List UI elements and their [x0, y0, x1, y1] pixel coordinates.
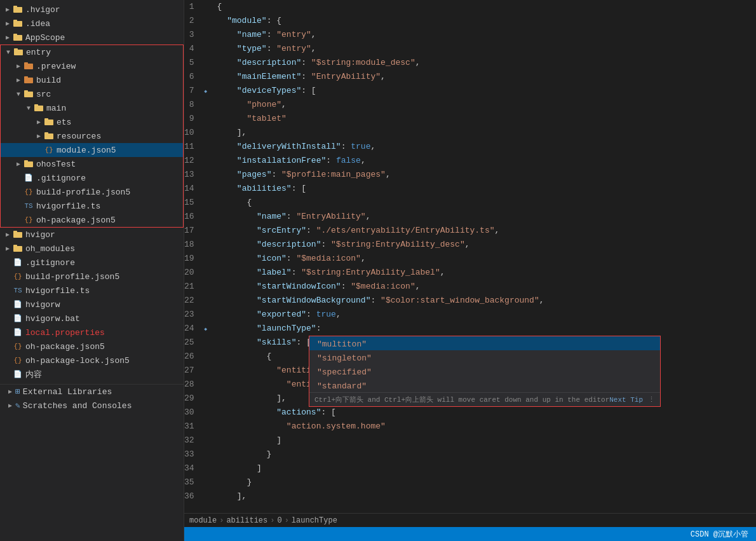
- autocomplete-item-standard[interactable]: "standard": [309, 378, 660, 392]
- tree-arrow-hvigor-root[interactable]: ▶: [3, 6, 13, 13]
- code-line-13[interactable]: "pages": "$profile:main_pages",: [212, 168, 756, 182]
- code-line-9[interactable]: "tablet": [212, 112, 756, 126]
- tree-arrow-preview[interactable]: ▶: [13, 62, 24, 70]
- code-line-7[interactable]: "deviceTypes": [: [212, 84, 756, 98]
- code-line-30[interactable]: "actions": [: [212, 406, 756, 420]
- svg-rect-9: [24, 62, 28, 65]
- gutter: ◆◆: [199, 0, 212, 513]
- line-number-20: 20: [184, 266, 199, 280]
- code-line-19[interactable]: "icon": "$media:icon",: [212, 252, 756, 266]
- code-line-18[interactable]: "description": "$string:EntryAbility_des…: [212, 238, 756, 252]
- tree-arrow-appscope[interactable]: ▶: [3, 34, 13, 41]
- code-line-34[interactable]: ]: [212, 462, 756, 476]
- scratches-section[interactable]: ▶ ✎ Scratches and Consoles: [0, 399, 184, 413]
- code-line-3[interactable]: "name": "entry",: [212, 28, 756, 42]
- code-line-1[interactable]: {: [212, 0, 756, 14]
- code-line-10[interactable]: ],: [212, 126, 756, 140]
- code-line-12[interactable]: "installationFree": false,: [212, 154, 756, 168]
- tree-arrow-main[interactable]: ▼: [24, 105, 34, 112]
- code-line-21[interactable]: "startWindowIcon": "$media:icon",: [212, 280, 756, 294]
- code-line-6[interactable]: "mainElement": "EntryAbility",: [212, 70, 756, 84]
- tree-item-gitignore2[interactable]: 📄.gitignore: [0, 256, 184, 270]
- svg-rect-7: [14, 48, 18, 51]
- code-line-4[interactable]: "type": "entry",: [212, 42, 756, 56]
- tree-item-entry[interactable]: ▼entry: [1, 45, 183, 59]
- tree-icon-hvigorfile-ts: TS: [24, 201, 34, 211]
- tree-icon-oh-modules: [13, 243, 23, 254]
- tree-arrow-idea[interactable]: ▶: [3, 20, 13, 27]
- autocomplete-item-specified[interactable]: "specified": [309, 364, 660, 378]
- gutter-9: [199, 112, 212, 126]
- tree-arrow-src[interactable]: ▼: [13, 91, 24, 98]
- tree-icon-local-properties: 📄: [13, 327, 23, 338]
- gutter-14: [199, 182, 212, 196]
- next-tip-link[interactable]: Next Tip: [609, 396, 643, 404]
- code-line-2[interactable]: "module": {: [212, 14, 756, 28]
- tree-item-local-properties[interactable]: 📄local.properties: [0, 325, 184, 339]
- code-editor[interactable]: { "module": { "name": "entry", "type": "…: [212, 0, 756, 513]
- line-number-34: 34: [184, 462, 199, 476]
- line-number-25: 25: [184, 336, 199, 350]
- tree-item-oh-package[interactable]: {}oh-package.json5: [1, 213, 183, 227]
- code-line-15[interactable]: {: [212, 196, 756, 210]
- gutter-1: [199, 0, 212, 14]
- code-line-35[interactable]: }: [212, 476, 756, 490]
- tree-item-preview[interactable]: ▶.preview: [1, 59, 183, 73]
- tree-arrow-oh-modules[interactable]: ▶: [3, 245, 13, 252]
- tree-item-main[interactable]: ▼main: [1, 101, 183, 115]
- tree-item-ets[interactable]: ▶ets: [1, 115, 183, 129]
- code-line-11[interactable]: "deliveryWithInstall": true,: [212, 140, 756, 154]
- tree-item-build[interactable]: ▶build: [1, 73, 183, 87]
- tree-label-oh-modules: oh_modules: [25, 244, 75, 254]
- more-options-icon[interactable]: ⋮: [648, 395, 655, 404]
- editor-body[interactable]: 1234567891011121314151617181920212223242…: [184, 0, 756, 513]
- external-libraries-section[interactable]: ▶ ⊞ External Libraries: [0, 385, 184, 399]
- code-line-36[interactable]: ],: [212, 490, 756, 503]
- tree-arrow-ohosTest[interactable]: ▶: [13, 160, 24, 168]
- line-number-33: 33: [184, 448, 199, 462]
- tree-label-hvigor: hvigor: [25, 230, 55, 240]
- code-line-16[interactable]: "name": "EntryAbility",: [212, 210, 756, 224]
- tree-item-build-profile2[interactable]: {}build-profile.json5: [0, 270, 184, 284]
- code-line-20[interactable]: "label": "$string:EntryAbility_label",: [212, 266, 756, 280]
- code-line-33[interactable]: }: [212, 448, 756, 462]
- code-line-5[interactable]: "description": "$string:module_desc",: [212, 56, 756, 70]
- tree-arrow-resources[interactable]: ▶: [34, 132, 44, 140]
- tree-item-appscope[interactable]: ▶AppScope: [0, 31, 184, 45]
- tree-item-build-profile[interactable]: {}build-profile.json5: [1, 185, 183, 199]
- tree-arrow-ets[interactable]: ▶: [34, 118, 44, 126]
- tree-item-hvigorw-bat[interactable]: 📄hvigorw.bat: [0, 312, 184, 325]
- tree-icon-gitignore: 📄: [24, 173, 34, 183]
- tree-item-oh-modules[interactable]: ▶oh_modules: [0, 242, 184, 256]
- autocomplete-popup[interactable]: "multiton" "singleton" "specified" "stan…: [309, 336, 661, 407]
- tree-item-hvigorfile2[interactable]: TShvigorfile.ts: [0, 284, 184, 298]
- code-line-14[interactable]: "abilities": [: [212, 182, 756, 196]
- code-line-32[interactable]: ]: [212, 434, 756, 448]
- tree-arrow-hvigor[interactable]: ▶: [3, 231, 13, 238]
- code-line-24[interactable]: "launchType":: [212, 322, 756, 336]
- autocomplete-item-singleton[interactable]: "singleton": [309, 350, 660, 364]
- tree-item-hvigor[interactable]: ▶hvigor: [0, 228, 184, 242]
- svg-rect-17: [44, 118, 48, 121]
- sidebar-tree[interactable]: ▶.hvigor▶.idea▶AppScope▼entry▶.preview▶b…: [0, 0, 184, 541]
- code-line-22[interactable]: "startWindowBackground": "$color:start_w…: [212, 294, 756, 308]
- tree-item-hvigorw[interactable]: 📄hvigorw: [0, 298, 184, 312]
- code-line-23[interactable]: "exported": true,: [212, 308, 756, 322]
- code-line-8[interactable]: "phone",: [212, 98, 756, 112]
- code-line-17[interactable]: "srcEntry": "./ets/entryability/EntryAbi…: [212, 224, 756, 238]
- tree-item-gitignore[interactable]: 📄.gitignore: [1, 171, 183, 185]
- tree-item-src[interactable]: ▼src: [1, 87, 183, 101]
- tree-arrow-entry[interactable]: ▼: [3, 49, 13, 56]
- tree-item-hvigor-root[interactable]: ▶.hvigor: [0, 3, 184, 17]
- autocomplete-item-multiton[interactable]: "multiton": [309, 336, 660, 350]
- code-line-31[interactable]: "action.system.home": [212, 420, 756, 434]
- tree-arrow-build[interactable]: ▶: [13, 76, 24, 84]
- tree-item-resources[interactable]: ▶resources: [1, 129, 183, 143]
- tree-item-oh-package-lock[interactable]: {}oh-package-lock.json5: [0, 353, 184, 367]
- tree-item-oh-package2[interactable]: {}oh-package.json5: [0, 339, 184, 353]
- tree-item-hvigorfile-ts[interactable]: TShvigorfile.ts: [1, 199, 183, 213]
- tree-item-content[interactable]: 📄内容: [0, 367, 184, 381]
- tree-item-module-json5[interactable]: {}module.json5: [1, 143, 183, 157]
- tree-item-ohosTest[interactable]: ▶ohosTest: [1, 157, 183, 171]
- tree-item-idea[interactable]: ▶.idea: [0, 17, 184, 31]
